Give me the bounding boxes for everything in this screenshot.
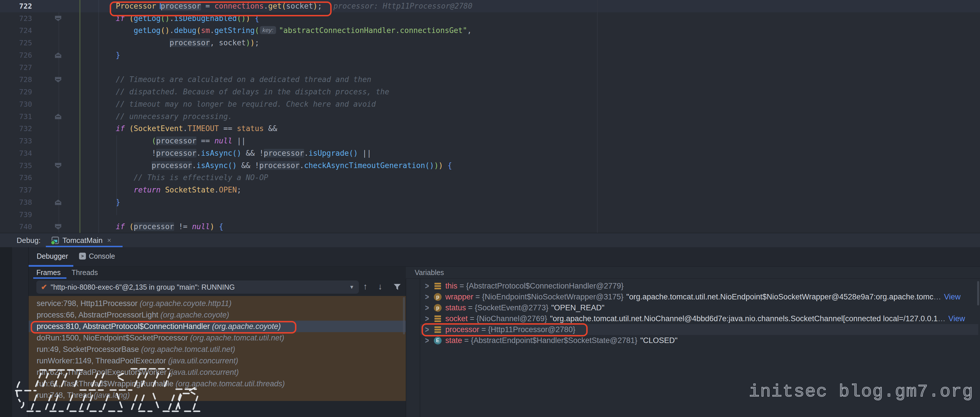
tab-debugger[interactable]: Debugger (37, 247, 68, 265)
variable-row[interactable]: >Estate = {AbstractEndpoint$Handler$Sock… (420, 335, 978, 346)
view-link[interactable]: View (944, 292, 961, 302)
code-line[interactable]: 738 } (0, 196, 980, 209)
view-link[interactable]: View (948, 314, 965, 323)
fold-marker-icon[interactable] (55, 114, 61, 119)
fold-marker-icon[interactable] (55, 224, 61, 229)
stack-frame-row[interactable]: run:624, ThreadPoolExecutor$Worker (java… (29, 366, 406, 378)
stack-frame-row[interactable]: run:49, SocketProcessorBase (org.apache.… (29, 344, 406, 355)
frame-package: (java.lang) (94, 391, 130, 399)
line-number[interactable]: 722 (0, 0, 32, 12)
code-line[interactable]: 735 processor.isAsync() && !processor.ch… (0, 160, 980, 172)
code-line[interactable]: 733 (processor == null || (0, 135, 980, 147)
chevron-right-icon[interactable]: > (425, 336, 433, 345)
code-line[interactable]: 723 if (getLog().isDebugEnabled()) { (0, 12, 980, 25)
line-number[interactable]: 725 (0, 37, 32, 49)
close-icon[interactable]: × (107, 236, 111, 244)
fold-marker-icon[interactable] (55, 16, 61, 21)
variables-scrollbar[interactable] (977, 281, 979, 305)
chevron-right-icon[interactable]: > (425, 292, 433, 302)
line-number[interactable]: 731 (0, 110, 32, 123)
tab-frames[interactable]: Frames (37, 268, 61, 277)
stack-frame-row[interactable]: run:748, Thread (java.lang) (29, 390, 406, 401)
line-number[interactable]: 723 (0, 12, 32, 25)
variable-reference: {Http11Processor@2780} (488, 325, 575, 334)
variable-reference: {SocketEvent@2773} (475, 304, 549, 312)
watermark-text: initsec blog.gm7.org (749, 382, 974, 402)
code-token: ( (196, 26, 201, 35)
line-number[interactable]: 736 (0, 171, 32, 184)
code-token (80, 112, 116, 121)
code-editor[interactable]: 722 Processor processor = connections.ge… (0, 0, 980, 233)
thread-selector-dropdown[interactable]: ✔ "http-nio-8080-exec-6"@2,135 in group … (37, 281, 359, 294)
code-line[interactable]: 740 if (processor != null) { (0, 220, 980, 233)
code-line[interactable]: 724 getLog().debug(sm.getString(key:"abs… (0, 24, 980, 37)
code-line[interactable]: 732 if (SocketEvent.TIMEOUT == status && (0, 123, 980, 135)
line-number[interactable]: 737 (0, 184, 32, 196)
code-line[interactable]: 725 processor, socket)); (0, 37, 980, 49)
chevron-right-icon[interactable]: > (425, 314, 433, 324)
stack-frame-row[interactable]: run:61, TaskThread$WrappingRunnable (org… (29, 378, 406, 390)
code-line[interactable]: 722 Processor processor = connections.ge… (0, 0, 980, 12)
next-frame-icon[interactable]: ↓ (378, 282, 382, 291)
line-number[interactable]: 729 (0, 86, 32, 98)
chevron-right-icon[interactable]: > (425, 325, 433, 335)
thread-selector-value: "http-nio-8080-exec-6"@2,135 in group "m… (51, 283, 346, 291)
line-number[interactable]: 740 (0, 220, 32, 233)
fold-marker-icon[interactable] (55, 53, 61, 58)
code-token: checkAsyncTimeoutGeneration (304, 161, 425, 170)
code-token (80, 136, 151, 145)
tab-console[interactable]: > Console (79, 247, 115, 265)
code-line[interactable]: 734 !processor.isAsync() && !processor.i… (0, 147, 980, 160)
fold-marker-icon[interactable] (55, 163, 61, 168)
line-number[interactable]: 727 (0, 61, 32, 74)
code-token (80, 26, 134, 35)
line-number[interactable]: 724 (0, 24, 32, 37)
code-line[interactable]: 729 // dispatched. Because of delays in … (0, 86, 980, 98)
code-line[interactable]: 726 } (0, 49, 980, 61)
code-line[interactable]: 727 (0, 61, 980, 74)
filter-frames-icon[interactable] (393, 283, 401, 291)
previous-frame-icon[interactable]: ↑ (363, 282, 368, 291)
line-number[interactable]: 730 (0, 98, 32, 110)
code-line[interactable]: 736 // This is effectively a NO-OP (0, 171, 980, 184)
variable-row[interactable]: >this = {AbstractProtocol$ConnectionHand… (420, 281, 978, 291)
line-number[interactable]: 732 (0, 123, 32, 135)
parameter-icon: p (434, 293, 442, 301)
line-number[interactable]: 726 (0, 49, 32, 61)
code-token: processor (156, 149, 196, 157)
variable-row[interactable]: >pwrapper = {NioEndpoint$NioSocketWrappe… (420, 291, 978, 302)
line-number[interactable]: 728 (0, 73, 32, 86)
line-number[interactable]: 733 (0, 135, 32, 147)
code-line[interactable]: 731 // unnecessary processing. (0, 110, 980, 123)
variable-row[interactable]: >socket = {NioChannel@2769}"org.apache.t… (420, 313, 978, 324)
chevron-right-icon[interactable]: > (425, 303, 433, 313)
variable-row[interactable]: >pstatus = {SocketEvent@2773}"OPEN_READ" (420, 302, 978, 313)
code-token: processor (170, 38, 210, 47)
line-number[interactable]: 734 (0, 147, 32, 160)
debug-session-tab[interactable]: TomcatMain × (51, 233, 111, 248)
tab-console-label: Console (89, 252, 115, 260)
stack-frame-row[interactable]: doRun:1500, NioEndpoint$SocketProcessor … (29, 332, 406, 344)
frames-scrollbar[interactable] (403, 297, 405, 334)
code-token (125, 124, 129, 133)
variable-row[interactable]: >processor = {Http11Processor@2780} (420, 324, 978, 335)
code-line[interactable]: 737 return SocketState.OPEN; (0, 184, 980, 196)
code-line[interactable]: 730 // timeout may no longer be required… (0, 98, 980, 110)
stack-frame-row[interactable]: process:810, AbstractProtocol$Connection… (29, 321, 406, 332)
stack-frame-row[interactable]: service:798, Http11Processor (org.apache… (29, 298, 406, 309)
line-number[interactable]: 738 (0, 196, 32, 209)
code-line[interactable]: 728 // Timeouts are calculated on a dedi… (0, 73, 980, 86)
code-line[interactable]: 739 (0, 209, 980, 221)
code-token: { (219, 222, 223, 231)
line-number[interactable]: 735 (0, 160, 32, 172)
parameter-hint-badge: key: (260, 26, 276, 34)
chevron-right-icon[interactable]: > (425, 281, 433, 291)
stack-frame-row[interactable]: runWorker:1149, ThreadPoolExecutor (java… (29, 355, 406, 366)
fold-marker-icon[interactable] (55, 200, 61, 205)
line-number[interactable]: 739 (0, 209, 32, 221)
terminal-icon: > (79, 252, 86, 260)
stack-frame-row[interactable]: process:66, AbstractProcessorLight (org.… (29, 309, 406, 321)
tab-threads[interactable]: Threads (72, 268, 98, 277)
variable-reference: {AbstractEndpoint$Handler$SocketState@27… (471, 336, 637, 345)
fold-marker-icon[interactable] (55, 77, 61, 82)
